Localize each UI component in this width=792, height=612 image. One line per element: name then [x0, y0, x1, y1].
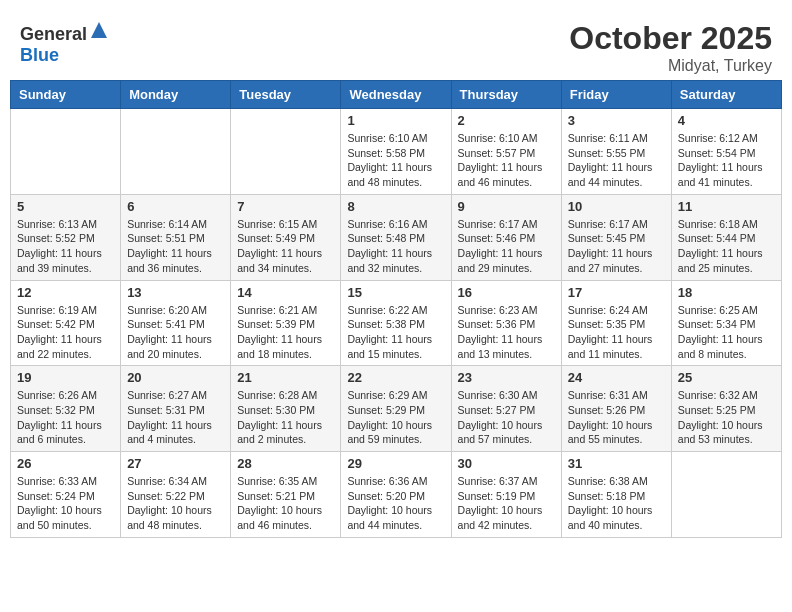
calendar-cell: 14Sunrise: 6:21 AM Sunset: 5:39 PM Dayli… [231, 280, 341, 366]
weekday-header-monday: Monday [121, 81, 231, 109]
logo-icon [89, 20, 109, 40]
calendar-cell: 19Sunrise: 6:26 AM Sunset: 5:32 PM Dayli… [11, 366, 121, 452]
day-info: Sunrise: 6:25 AM Sunset: 5:34 PM Dayligh… [678, 303, 775, 362]
day-number: 29 [347, 456, 444, 471]
calendar-cell: 31Sunrise: 6:38 AM Sunset: 5:18 PM Dayli… [561, 452, 671, 538]
svg-marker-0 [91, 22, 107, 38]
calendar-cell: 5Sunrise: 6:13 AM Sunset: 5:52 PM Daylig… [11, 194, 121, 280]
calendar-cell: 21Sunrise: 6:28 AM Sunset: 5:30 PM Dayli… [231, 366, 341, 452]
day-info: Sunrise: 6:35 AM Sunset: 5:21 PM Dayligh… [237, 474, 334, 533]
day-number: 9 [458, 199, 555, 214]
page-header: General Blue October 2025 Midyat, Turkey [10, 10, 782, 80]
day-info: Sunrise: 6:22 AM Sunset: 5:38 PM Dayligh… [347, 303, 444, 362]
logo: General Blue [20, 20, 109, 66]
weekday-header-thursday: Thursday [451, 81, 561, 109]
day-info: Sunrise: 6:26 AM Sunset: 5:32 PM Dayligh… [17, 388, 114, 447]
calendar-cell: 9Sunrise: 6:17 AM Sunset: 5:46 PM Daylig… [451, 194, 561, 280]
day-number: 10 [568, 199, 665, 214]
day-info: Sunrise: 6:37 AM Sunset: 5:19 PM Dayligh… [458, 474, 555, 533]
day-number: 5 [17, 199, 114, 214]
weekday-header-wednesday: Wednesday [341, 81, 451, 109]
calendar-cell: 6Sunrise: 6:14 AM Sunset: 5:51 PM Daylig… [121, 194, 231, 280]
day-number: 7 [237, 199, 334, 214]
day-number: 14 [237, 285, 334, 300]
day-number: 30 [458, 456, 555, 471]
calendar-cell: 25Sunrise: 6:32 AM Sunset: 5:25 PM Dayli… [671, 366, 781, 452]
day-info: Sunrise: 6:14 AM Sunset: 5:51 PM Dayligh… [127, 217, 224, 276]
calendar-cell: 7Sunrise: 6:15 AM Sunset: 5:49 PM Daylig… [231, 194, 341, 280]
week-row-1: 1Sunrise: 6:10 AM Sunset: 5:58 PM Daylig… [11, 109, 782, 195]
day-info: Sunrise: 6:27 AM Sunset: 5:31 PM Dayligh… [127, 388, 224, 447]
day-info: Sunrise: 6:30 AM Sunset: 5:27 PM Dayligh… [458, 388, 555, 447]
calendar-cell [231, 109, 341, 195]
day-number: 18 [678, 285, 775, 300]
day-info: Sunrise: 6:23 AM Sunset: 5:36 PM Dayligh… [458, 303, 555, 362]
calendar-cell: 1Sunrise: 6:10 AM Sunset: 5:58 PM Daylig… [341, 109, 451, 195]
location-title: Midyat, Turkey [569, 57, 772, 75]
day-number: 31 [568, 456, 665, 471]
calendar-table: SundayMondayTuesdayWednesdayThursdayFrid… [10, 80, 782, 538]
calendar-cell: 28Sunrise: 6:35 AM Sunset: 5:21 PM Dayli… [231, 452, 341, 538]
day-number: 23 [458, 370, 555, 385]
calendar-cell: 12Sunrise: 6:19 AM Sunset: 5:42 PM Dayli… [11, 280, 121, 366]
day-number: 28 [237, 456, 334, 471]
day-info: Sunrise: 6:28 AM Sunset: 5:30 PM Dayligh… [237, 388, 334, 447]
calendar-cell: 20Sunrise: 6:27 AM Sunset: 5:31 PM Dayli… [121, 366, 231, 452]
day-number: 1 [347, 113, 444, 128]
weekday-header-sunday: Sunday [11, 81, 121, 109]
day-number: 3 [568, 113, 665, 128]
day-number: 13 [127, 285, 224, 300]
day-number: 26 [17, 456, 114, 471]
day-number: 2 [458, 113, 555, 128]
week-row-5: 26Sunrise: 6:33 AM Sunset: 5:24 PM Dayli… [11, 452, 782, 538]
calendar-cell [671, 452, 781, 538]
day-number: 19 [17, 370, 114, 385]
logo-general: General [20, 24, 87, 44]
calendar-cell: 4Sunrise: 6:12 AM Sunset: 5:54 PM Daylig… [671, 109, 781, 195]
week-row-3: 12Sunrise: 6:19 AM Sunset: 5:42 PM Dayli… [11, 280, 782, 366]
day-info: Sunrise: 6:13 AM Sunset: 5:52 PM Dayligh… [17, 217, 114, 276]
title-block: October 2025 Midyat, Turkey [569, 20, 772, 75]
calendar-cell: 3Sunrise: 6:11 AM Sunset: 5:55 PM Daylig… [561, 109, 671, 195]
day-info: Sunrise: 6:38 AM Sunset: 5:18 PM Dayligh… [568, 474, 665, 533]
day-number: 21 [237, 370, 334, 385]
day-number: 4 [678, 113, 775, 128]
day-info: Sunrise: 6:10 AM Sunset: 5:58 PM Dayligh… [347, 131, 444, 190]
day-info: Sunrise: 6:12 AM Sunset: 5:54 PM Dayligh… [678, 131, 775, 190]
calendar-cell: 24Sunrise: 6:31 AM Sunset: 5:26 PM Dayli… [561, 366, 671, 452]
calendar-cell: 27Sunrise: 6:34 AM Sunset: 5:22 PM Dayli… [121, 452, 231, 538]
day-number: 11 [678, 199, 775, 214]
calendar-cell: 15Sunrise: 6:22 AM Sunset: 5:38 PM Dayli… [341, 280, 451, 366]
day-info: Sunrise: 6:15 AM Sunset: 5:49 PM Dayligh… [237, 217, 334, 276]
day-number: 22 [347, 370, 444, 385]
day-info: Sunrise: 6:16 AM Sunset: 5:48 PM Dayligh… [347, 217, 444, 276]
day-info: Sunrise: 6:11 AM Sunset: 5:55 PM Dayligh… [568, 131, 665, 190]
calendar-header-row: SundayMondayTuesdayWednesdayThursdayFrid… [11, 81, 782, 109]
calendar-cell [11, 109, 121, 195]
calendar-cell: 18Sunrise: 6:25 AM Sunset: 5:34 PM Dayli… [671, 280, 781, 366]
logo-blue: Blue [20, 45, 59, 65]
day-number: 15 [347, 285, 444, 300]
day-info: Sunrise: 6:32 AM Sunset: 5:25 PM Dayligh… [678, 388, 775, 447]
day-info: Sunrise: 6:17 AM Sunset: 5:45 PM Dayligh… [568, 217, 665, 276]
calendar-cell: 22Sunrise: 6:29 AM Sunset: 5:29 PM Dayli… [341, 366, 451, 452]
month-title: October 2025 [569, 20, 772, 57]
calendar-cell: 10Sunrise: 6:17 AM Sunset: 5:45 PM Dayli… [561, 194, 671, 280]
day-number: 17 [568, 285, 665, 300]
day-number: 6 [127, 199, 224, 214]
day-info: Sunrise: 6:34 AM Sunset: 5:22 PM Dayligh… [127, 474, 224, 533]
calendar-cell: 2Sunrise: 6:10 AM Sunset: 5:57 PM Daylig… [451, 109, 561, 195]
day-number: 20 [127, 370, 224, 385]
calendar-cell: 17Sunrise: 6:24 AM Sunset: 5:35 PM Dayli… [561, 280, 671, 366]
week-row-4: 19Sunrise: 6:26 AM Sunset: 5:32 PM Dayli… [11, 366, 782, 452]
day-info: Sunrise: 6:10 AM Sunset: 5:57 PM Dayligh… [458, 131, 555, 190]
day-info: Sunrise: 6:33 AM Sunset: 5:24 PM Dayligh… [17, 474, 114, 533]
day-info: Sunrise: 6:29 AM Sunset: 5:29 PM Dayligh… [347, 388, 444, 447]
weekday-header-tuesday: Tuesday [231, 81, 341, 109]
weekday-header-saturday: Saturday [671, 81, 781, 109]
day-info: Sunrise: 6:18 AM Sunset: 5:44 PM Dayligh… [678, 217, 775, 276]
day-number: 12 [17, 285, 114, 300]
day-info: Sunrise: 6:36 AM Sunset: 5:20 PM Dayligh… [347, 474, 444, 533]
calendar-cell: 26Sunrise: 6:33 AM Sunset: 5:24 PM Dayli… [11, 452, 121, 538]
day-info: Sunrise: 6:31 AM Sunset: 5:26 PM Dayligh… [568, 388, 665, 447]
